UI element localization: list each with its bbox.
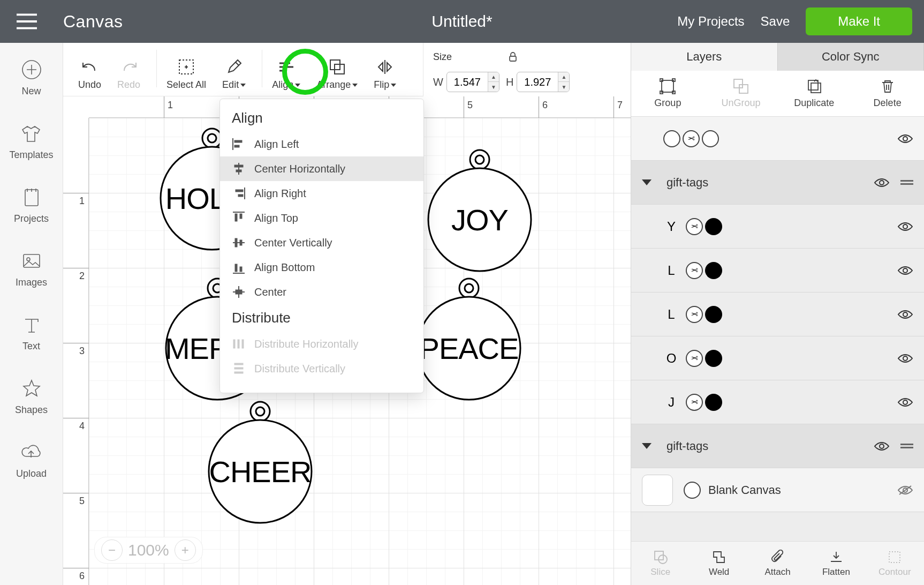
height-input[interactable]: ▲▼	[517, 72, 570, 92]
svg-rect-43	[242, 340, 244, 348]
swatch-black	[705, 350, 722, 367]
layer-row-letter[interactable]: L	[631, 249, 924, 292]
ornament-cheer[interactable]: CHEER	[207, 396, 314, 525]
layers-list: gift-tags Y L L O J	[631, 117, 924, 541]
flip-menu[interactable]: Flip	[374, 58, 396, 91]
tab-color-sync[interactable]: Color Sync	[778, 43, 925, 71]
svg-rect-40	[236, 290, 242, 294]
edit-menu[interactable]: Edit	[222, 58, 246, 91]
visibility-toggle[interactable]	[897, 221, 913, 232]
visibility-toggle[interactable]	[897, 309, 913, 320]
layer-letter-thumb: L	[663, 307, 679, 322]
layer-row-ornament[interactable]	[631, 117, 924, 161]
align-dropdown: Align Align Left Center Horizontally Ali…	[219, 99, 424, 393]
sidebar-text[interactable]: Text	[21, 314, 42, 352]
layer-blank-canvas[interactable]: Blank Canvas	[631, 468, 924, 512]
sidebar-projects[interactable]: Projects	[14, 186, 49, 224]
visibility-toggle-hidden[interactable]	[897, 485, 913, 496]
save-link[interactable]: Save	[761, 14, 790, 29]
attach-button[interactable]: Attach	[748, 542, 807, 585]
align-menu[interactable]: Align	[272, 58, 300, 91]
svg-point-21	[465, 284, 473, 292]
svg-rect-2	[24, 254, 40, 267]
undo-button[interactable]: Undo	[78, 58, 101, 91]
flatten-button[interactable]: Flatten	[807, 542, 865, 585]
lock-icon[interactable]	[506, 50, 519, 63]
hamburger-icon	[17, 13, 37, 29]
svg-rect-55	[811, 83, 821, 93]
ruler-vertical: 123456	[63, 118, 89, 585]
svg-rect-29	[234, 145, 239, 147]
zoom-out[interactable]: −	[101, 539, 123, 561]
layer-group-gift-tags-1[interactable]: gift-tags	[631, 161, 924, 205]
layer-row-letter[interactable]: Y	[631, 205, 924, 249]
sidebar-shapes[interactable]: Shapes	[15, 378, 48, 416]
align-top[interactable]: Align Top	[220, 206, 423, 230]
layer-group-gift-tags-2[interactable]: gift-tags	[631, 424, 924, 468]
layer-letter-thumb: O	[663, 351, 679, 366]
ungroup-button: UnGroup	[705, 71, 778, 116]
align-right[interactable]: Align Right	[220, 181, 423, 206]
align-left[interactable]: Align Left	[220, 132, 423, 156]
distribute-section-header: Distribute	[220, 310, 423, 332]
sidebar-new[interactable]: New	[21, 59, 42, 97]
svg-rect-45	[234, 368, 243, 369]
duplicate-button[interactable]: Duplicate	[778, 71, 851, 116]
caret-icon	[352, 84, 358, 87]
layer-row-letter[interactable]: O	[631, 336, 924, 380]
visibility-toggle[interactable]	[897, 397, 913, 408]
sidebar-templates[interactable]: Templates	[9, 123, 53, 161]
layer-row-letter[interactable]: J	[631, 380, 924, 424]
spinner-down[interactable]: ▼	[488, 82, 499, 92]
delete-button[interactable]: Delete	[851, 71, 924, 116]
visibility-toggle[interactable]	[874, 441, 890, 452]
my-projects-link[interactable]: My Projects	[677, 14, 744, 29]
upload-icon	[20, 441, 42, 463]
swatch-white	[702, 130, 719, 147]
swatch-black	[705, 262, 722, 279]
align-bottom[interactable]: Align Bottom	[220, 255, 423, 280]
svg-rect-34	[235, 214, 237, 221]
weld-icon	[711, 550, 726, 565]
edit-icon	[225, 58, 243, 76]
spinner-up[interactable]: ▲	[488, 72, 499, 82]
zoom-in[interactable]: +	[175, 539, 196, 561]
ungroup-icon	[733, 78, 749, 94]
svg-rect-41	[233, 340, 235, 348]
layer-menu[interactable]	[900, 444, 913, 448]
tab-layers[interactable]: Layers	[631, 43, 778, 71]
center-vertically[interactable]: Center Vertically	[220, 230, 423, 255]
svg-rect-47	[662, 80, 673, 92]
group-icon	[660, 78, 676, 94]
make-it-button[interactable]: Make It	[806, 8, 912, 35]
select-all-button[interactable]: Select All	[166, 58, 206, 91]
cut-type-icon	[686, 262, 703, 279]
layer-menu[interactable]	[900, 180, 913, 185]
expand-toggle[interactable]	[642, 179, 652, 185]
svg-rect-7	[510, 56, 516, 61]
visibility-toggle[interactable]	[874, 177, 890, 188]
arrange-menu[interactable]: Arrange	[316, 58, 358, 91]
menu-button[interactable]	[0, 13, 54, 29]
center-both[interactable]: Center	[220, 280, 423, 304]
ornament-joy[interactable]: JOY	[426, 145, 533, 273]
svg-rect-44	[234, 363, 243, 365]
align-icon	[277, 58, 296, 76]
caret-icon	[295, 84, 300, 87]
visibility-toggle[interactable]	[897, 265, 913, 276]
sidebar-upload[interactable]: Upload	[16, 441, 47, 479]
caret-icon	[240, 84, 246, 87]
weld-button[interactable]: Weld	[690, 542, 748, 585]
layer-row-letter[interactable]: L	[631, 292, 924, 336]
svg-point-25	[256, 407, 264, 416]
visibility-toggle[interactable]	[897, 133, 913, 144]
group-button[interactable]: Group	[631, 71, 705, 116]
sidebar-images[interactable]: Images	[16, 250, 47, 288]
center-horizontally[interactable]: Center Horizontally	[220, 156, 423, 181]
visibility-toggle[interactable]	[897, 353, 913, 364]
svg-point-61	[903, 356, 907, 361]
svg-rect-30	[234, 165, 243, 167]
ornament-peace[interactable]: PEACE	[415, 273, 522, 402]
width-input[interactable]: ▲▼	[446, 72, 499, 92]
expand-toggle[interactable]	[642, 443, 652, 449]
